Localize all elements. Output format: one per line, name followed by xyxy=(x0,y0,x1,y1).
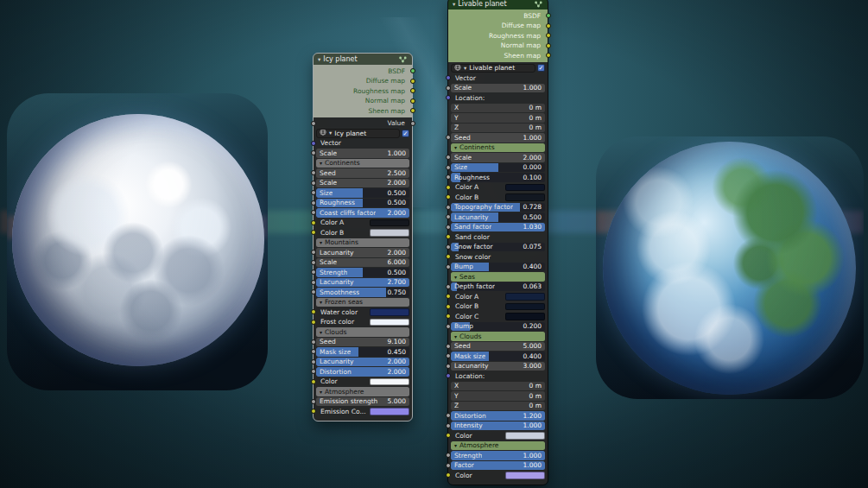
scale-field[interactable]: Scale2.000 xyxy=(316,179,409,188)
group-enabled-checkbox[interactable]: ✓ xyxy=(537,64,545,72)
input-socket[interactable] xyxy=(311,320,316,325)
factor-slider[interactable]: Factor1.000 xyxy=(451,461,545,471)
output-socket[interactable] xyxy=(546,33,551,38)
strength-slider[interactable]: Strength1.000 xyxy=(451,451,545,460)
color-b-swatch[interactable] xyxy=(505,303,545,311)
input-socket[interactable] xyxy=(446,413,451,418)
seed-field[interactable]: Seed5.000 xyxy=(451,342,545,352)
input-socket[interactable] xyxy=(311,379,316,384)
z-field[interactable]: Z0 m xyxy=(451,124,545,133)
input-socket[interactable] xyxy=(311,200,316,206)
input-socket[interactable] xyxy=(311,359,316,364)
mask-size-slider[interactable]: Mask size0.400 xyxy=(451,352,545,361)
section-atmosphere[interactable]: ▾Atmosphere xyxy=(316,387,409,396)
input-socket[interactable] xyxy=(446,165,451,170)
node-group-selector[interactable]: ▾Livable planet xyxy=(451,64,535,73)
input-socket[interactable] xyxy=(311,289,316,295)
input-socket[interactable] xyxy=(446,205,451,210)
dropdown-chevron-icon[interactable]: ▾ xyxy=(329,130,332,136)
input-socket[interactable] xyxy=(311,121,316,126)
input-socket[interactable] xyxy=(311,309,316,314)
input-socket[interactable] xyxy=(446,135,451,140)
color-a-swatch[interactable] xyxy=(505,184,545,192)
input-socket[interactable] xyxy=(446,373,451,378)
strength-slider[interactable]: Strength0.500 xyxy=(316,268,409,277)
color-c-swatch[interactable] xyxy=(505,313,545,320)
input-socket[interactable] xyxy=(446,364,451,369)
output-socket[interactable] xyxy=(546,13,551,18)
z-field[interactable]: Z0 m xyxy=(451,402,545,411)
section-clouds[interactable]: ▾Clouds xyxy=(316,327,409,337)
node-group-selector[interactable]: ▾Icy planet xyxy=(316,129,400,138)
lacunarity-slider[interactable]: Lacunarity2.000 xyxy=(316,358,409,367)
input-socket[interactable] xyxy=(446,423,451,428)
color-swatch[interactable] xyxy=(505,432,545,440)
output-socket[interactable] xyxy=(410,121,415,126)
input-socket[interactable] xyxy=(311,181,316,186)
emission-co-swatch[interactable] xyxy=(370,408,409,415)
emission-strength-field[interactable]: Emission strength5.000 xyxy=(316,397,409,407)
output-socket[interactable] xyxy=(546,53,551,58)
input-socket[interactable] xyxy=(446,225,451,230)
input-socket[interactable] xyxy=(446,294,451,299)
seed-field[interactable]: Seed9.100 xyxy=(316,338,409,347)
input-socket[interactable] xyxy=(446,453,451,458)
collapse-chevron-icon[interactable]: ▾ xyxy=(453,1,455,8)
output-socket[interactable] xyxy=(546,43,551,48)
lacunarity-slider[interactable]: Lacunarity2.700 xyxy=(316,278,409,288)
input-socket[interactable] xyxy=(446,433,451,438)
input-socket[interactable] xyxy=(311,220,316,225)
input-socket[interactable] xyxy=(311,170,316,175)
input-socket[interactable] xyxy=(446,194,451,200)
x-field[interactable]: X0 m xyxy=(451,104,545,113)
color-a-swatch[interactable] xyxy=(505,293,545,301)
input-socket[interactable] xyxy=(311,141,316,146)
color-swatch[interactable] xyxy=(370,378,409,386)
input-socket[interactable] xyxy=(446,75,451,80)
y-field[interactable]: Y0 m xyxy=(451,113,545,123)
input-socket[interactable] xyxy=(311,150,316,155)
node-header[interactable]: ▾Livable planet xyxy=(448,0,548,10)
input-socket[interactable] xyxy=(311,280,316,285)
node-header[interactable]: ▾Icy planet xyxy=(314,54,412,65)
input-socket[interactable] xyxy=(311,269,316,275)
input-socket[interactable] xyxy=(311,250,316,255)
size-slider[interactable]: Size0.500 xyxy=(316,188,409,198)
input-socket[interactable] xyxy=(311,339,316,345)
input-socket[interactable] xyxy=(311,399,316,404)
output-socket[interactable] xyxy=(410,98,415,104)
input-socket[interactable] xyxy=(446,214,451,219)
lacunarity-field[interactable]: Lacunarity3.000 xyxy=(451,362,545,371)
size-slider[interactable]: Size0.000 xyxy=(451,163,545,173)
sand-factor-slider[interactable]: Sand factor1.030 xyxy=(451,223,545,232)
input-socket[interactable] xyxy=(446,254,451,259)
seed-field[interactable]: Seed1.000 xyxy=(451,133,545,143)
color-b-swatch[interactable] xyxy=(370,229,409,237)
bump-slider[interactable]: Bump0.200 xyxy=(451,322,545,332)
output-socket[interactable] xyxy=(410,68,415,73)
section-mountains[interactable]: ▾Mountains xyxy=(316,238,409,248)
input-socket[interactable] xyxy=(311,190,316,195)
topography-factor-slider[interactable]: Topography factor0.728 xyxy=(451,203,545,212)
collapse-chevron-icon[interactable]: ▾ xyxy=(318,56,320,63)
bump-slider[interactable]: Bump0.400 xyxy=(451,263,545,272)
section-clouds[interactable]: ▾Clouds xyxy=(451,332,545,341)
input-socket[interactable] xyxy=(446,324,451,329)
input-socket[interactable] xyxy=(446,264,451,269)
input-socket[interactable] xyxy=(311,210,316,215)
color-swatch[interactable] xyxy=(505,472,545,479)
input-socket[interactable] xyxy=(311,349,316,354)
depth-factor-slider[interactable]: Depth factor0.063 xyxy=(451,282,545,292)
mask-size-slider[interactable]: Mask size0.450 xyxy=(316,347,409,357)
seed-field[interactable]: Seed2.500 xyxy=(316,168,409,178)
scale-field[interactable]: Scale1.000 xyxy=(316,149,409,158)
input-socket[interactable] xyxy=(446,463,451,468)
color-b-swatch[interactable] xyxy=(505,193,545,201)
color-a-swatch[interactable] xyxy=(370,219,409,227)
input-socket[interactable] xyxy=(446,314,451,319)
input-socket[interactable] xyxy=(311,260,316,265)
input-socket[interactable] xyxy=(446,244,451,250)
dropdown-chevron-icon[interactable]: ▾ xyxy=(464,65,466,72)
input-socket[interactable] xyxy=(446,234,451,239)
x-field[interactable]: X0 m xyxy=(451,382,545,391)
